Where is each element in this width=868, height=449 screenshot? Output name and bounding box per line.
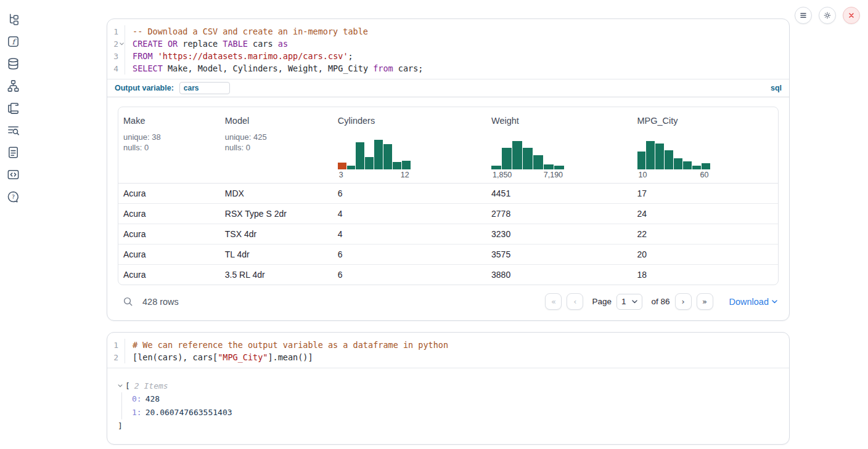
tree-item: 1:20.060747663551403 [132,406,779,419]
code-line[interactable]: -- Download a CSV and create an in-memor… [133,25,423,38]
data-table: Makeunique: 38nulls: 0Modelunique: 425nu… [118,107,778,285]
line-number-gutter: 1234 [107,25,125,75]
first-page-button[interactable]: « [545,293,562,310]
function-icon: f [6,34,20,49]
sidebar-item-file-tree[interactable] [6,12,20,26]
table-cell: 3575 [486,244,632,264]
close-icon [846,10,856,20]
column-histogram[interactable]: 1060 [637,139,710,179]
python-editor[interactable]: 12 # We can reference the output variabl… [107,333,789,368]
table-cell: 3880 [486,264,632,285]
table-cell: MDX [220,183,333,203]
settings-button[interactable] [819,7,836,24]
close-button[interactable] [843,7,860,24]
code-line[interactable]: FROM 'https://datasets.marimo.app/cars.c… [133,50,423,62]
menu-button[interactable] [795,7,812,24]
histogram-bar [533,155,543,169]
table-cell: 3.5 RL 4dr [220,264,333,285]
fold-chevron-icon[interactable] [118,40,125,47]
database-icon [6,57,20,71]
histogram-bar [383,144,392,169]
line-number: 1 [113,27,118,36]
code-line[interactable]: [len(cars), cars["MPG_City"].mean()] [133,351,448,363]
column-header-make[interactable]: Makeunique: 38nulls: 0 [118,107,220,183]
sidebar-item-list-search[interactable] [6,123,20,137]
column-header-mpg_city[interactable]: MPG_City1060 [633,107,779,183]
histogram-bar [702,163,710,169]
column-histogram[interactable]: 312 [338,139,411,179]
table-cell: 22 [633,224,779,244]
histogram-min-label: 3 [339,171,343,179]
table-cell: 4451 [486,183,632,203]
histogram-bar [338,163,346,169]
download-button[interactable]: Download [729,297,778,307]
search-icon[interactable] [123,296,133,307]
last-page-button[interactable]: » [697,293,713,310]
sidebar-item-dependency-graph[interactable] [6,79,20,93]
hamburger-menu-icon [798,10,808,20]
chevron-down-icon [772,300,777,304]
help-icon: ? [6,190,20,204]
column-header-weight[interactable]: Weight1,8507,190 [486,107,632,183]
output-variable-input[interactable] [179,82,230,94]
notebook: 1234 -- Download a CSV and create an in-… [107,18,790,445]
sidebar-item-database[interactable] [6,57,20,71]
histogram-min-label: 10 [639,171,647,179]
histogram-bar [491,166,501,169]
table-row[interactable]: AcuraMDX6445117 [118,183,778,203]
sidebar-item-document[interactable] [6,145,20,160]
list-search-icon [6,123,20,137]
column-stats: unique: 425nulls: 0 [225,132,328,153]
sidebar-item-scroll[interactable] [6,101,20,115]
svg-text:?: ? [11,193,14,200]
column-label: Weight [491,116,627,126]
table-row[interactable]: AcuraTL 4dr6357520 [118,244,778,264]
file-tree-icon [6,12,20,26]
python-cell-output: [ 2 Items 0:4281:20.060747663551403 ] [107,368,789,444]
next-page-button[interactable]: › [675,293,692,310]
output-variable-row: Output variable: sql [107,79,789,97]
table-footer: 428 rows « ‹ Page 1 of 86 › » Do [118,293,779,310]
pagination: « ‹ Page 1 of 86 › » Download [545,293,777,310]
column-histogram[interactable]: 1,8507,190 [491,139,564,179]
histogram-bar [683,161,692,169]
line-number: 2 [113,39,118,49]
table-cell: 6 [333,244,486,264]
table-cell: Acura [118,264,220,285]
column-header-model[interactable]: Modelunique: 425nulls: 0 [220,107,333,183]
tree-item: 0:428 [132,392,779,406]
tree-root-row[interactable]: [ 2 Items [118,379,779,392]
code-line[interactable]: CREATE OR replace TABLE cars as [133,38,423,50]
page-select[interactable]: 1 [616,294,643,310]
tree-item-value: 20.060747663551403 [145,408,232,417]
histogram-bar [374,140,383,169]
column-label: Make [123,116,215,126]
line-number: 2 [113,353,118,362]
sidebar-item-snippets[interactable] [6,168,20,182]
prev-page-button[interactable]: ‹ [567,293,583,310]
dependency-graph-icon [6,79,20,93]
sidebar-item-help[interactable]: ? [6,190,20,204]
column-header-cylinders[interactable]: Cylinders312 [333,107,486,183]
histogram-bar [692,166,701,169]
code-line[interactable]: # We can reference the output variable a… [133,339,448,351]
table-cell: RSX Type S 2dr [220,203,333,224]
code-line[interactable]: SELECT Make, Model, Cylinders, Weight, M… [133,62,423,75]
histogram-bar [544,164,554,169]
python-code[interactable]: # We can reference the output variable a… [125,339,448,363]
column-label: MPG_City [637,116,774,126]
download-label: Download [729,297,769,307]
table-row[interactable]: Acura3.5 RL 4dr6388018 [118,264,778,285]
table-row[interactable]: AcuraTSX 4dr4323022 [118,224,778,244]
sql-editor[interactable]: 1234 -- Download a CSV and create an in-… [107,19,789,79]
sql-code[interactable]: -- Download a CSV and create an in-memor… [125,25,423,75]
chevron-down-icon[interactable] [118,384,125,387]
table-row[interactable]: AcuraRSX Type S 2dr4277824 [118,203,778,224]
close-bracket: ] [118,419,779,433]
sidebar-item-function[interactable]: f [6,34,20,49]
histogram-bar [646,141,655,169]
histogram-bar [393,162,401,169]
histogram-bar [356,142,364,169]
histogram-bar [637,152,646,169]
histogram-bar [512,141,522,169]
